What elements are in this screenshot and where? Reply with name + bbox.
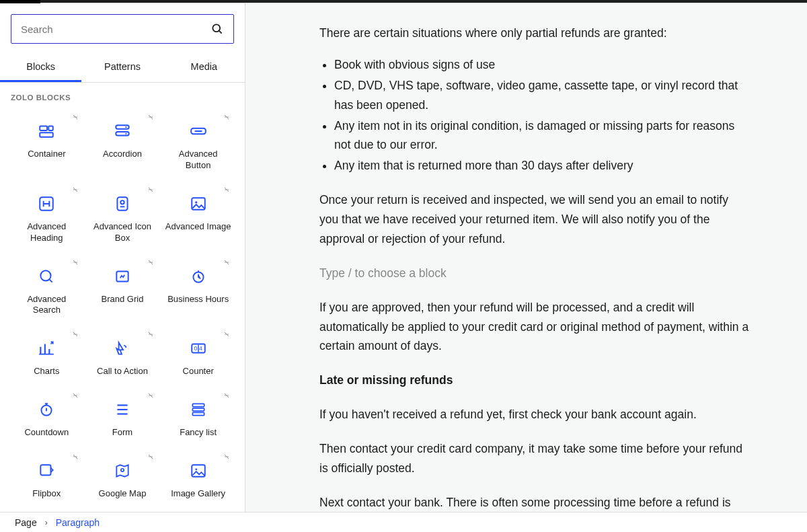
- search-icon: [37, 267, 56, 286]
- tab-media[interactable]: Media: [163, 54, 245, 82]
- block-item[interactable]: Advanced Search: [11, 256, 83, 324]
- block-badge-icon: [223, 331, 230, 338]
- paragraph[interactable]: Then contact your credit card company, i…: [319, 439, 750, 478]
- block-badge-icon: [72, 186, 79, 193]
- paragraph[interactable]: If you are approved, then your refund wi…: [319, 298, 750, 356]
- countdown-icon: [37, 400, 56, 419]
- brandgrid-icon: [113, 267, 132, 286]
- block-item[interactable]: Container: [11, 111, 83, 178]
- heading-icon: [37, 194, 56, 213]
- block-badge-icon: [147, 453, 154, 460]
- block-label: Advanced Image: [165, 221, 231, 233]
- block-label: Advanced Button: [165, 149, 231, 172]
- list-item[interactable]: Any item not in its original condition, …: [334, 116, 750, 155]
- accordion-icon: [113, 122, 132, 141]
- fancylist-icon: [189, 400, 208, 419]
- block-item[interactable]: Business Hours: [162, 256, 234, 324]
- list-item[interactable]: CD, DVD, VHS tape, software, video game,…: [334, 76, 750, 115]
- paragraph[interactable]: Once your return is received and inspect…: [319, 190, 750, 249]
- form-icon: [113, 400, 132, 419]
- gallery-icon: [189, 461, 208, 480]
- strong-text: Late or missing refunds: [319, 373, 453, 387]
- paragraph[interactable]: If you haven't received a refund yet, fi…: [319, 405, 750, 424]
- block-label: Google Map: [99, 488, 147, 500]
- block-item[interactable]: Call to Action: [87, 328, 159, 384]
- block-badge-icon: [223, 186, 230, 193]
- search-input[interactable]: [21, 24, 210, 35]
- block-label: Fancy list: [180, 427, 217, 439]
- flipbox-icon: [37, 461, 56, 480]
- block-item[interactable]: Form: [87, 389, 159, 445]
- block-label: Charts: [34, 366, 59, 377]
- counter-icon: [189, 339, 208, 358]
- block-item[interactable]: Brand Grid: [87, 256, 159, 324]
- block-badge-icon: [223, 392, 230, 399]
- chevron-right-icon: ›: [45, 518, 48, 527]
- block-item[interactable]: Advanced Icon Box: [87, 184, 159, 251]
- block-item[interactable]: Countdown: [11, 389, 83, 445]
- block-inserter-panel: Blocks Patterns Media ZOLO BLOCKS Contai…: [0, 3, 245, 512]
- list-item[interactable]: Book with obvious signs of use: [334, 55, 750, 75]
- tab-patterns[interactable]: Patterns: [81, 54, 163, 82]
- block-item[interactable]: Counter: [162, 328, 234, 384]
- paragraph[interactable]: There are certain situations where only …: [319, 24, 750, 43]
- block-badge-icon: [72, 453, 79, 460]
- block-label: Brand Grid: [102, 294, 144, 305]
- block-badge-icon: [147, 186, 154, 193]
- block-item[interactable]: Accordion: [87, 111, 159, 178]
- tab-blocks[interactable]: Blocks: [0, 54, 81, 82]
- charts-icon: [37, 339, 56, 358]
- block-badge-icon: [147, 392, 154, 399]
- breadcrumb-root[interactable]: Page: [15, 517, 37, 528]
- empty-block-placeholder[interactable]: Type / to choose a block: [319, 264, 750, 283]
- block-badge-icon: [223, 453, 230, 460]
- block-badge-icon: [147, 114, 154, 120]
- paragraph[interactable]: Late or missing refunds: [319, 371, 750, 390]
- block-item[interactable]: Fancy list: [162, 389, 234, 445]
- svg-line-1: [219, 31, 222, 34]
- svg-point-0: [213, 24, 220, 32]
- block-label: Flipbox: [32, 488, 61, 500]
- paragraph[interactable]: Next contact your bank. There is often s…: [319, 493, 750, 512]
- block-label: Advanced Heading: [13, 221, 80, 244]
- clock-icon: [189, 267, 208, 286]
- block-label: Countdown: [24, 427, 69, 439]
- block-item[interactable]: Advanced Image: [162, 184, 234, 251]
- block-label: Advanced Icon Box: [89, 221, 156, 244]
- block-badge-icon: [72, 114, 79, 120]
- block-label: Business Hours: [167, 294, 229, 305]
- block-label: Counter: [183, 366, 214, 377]
- block-label: Call to Action: [97, 366, 148, 377]
- block-badge-icon: [223, 114, 230, 120]
- block-badge-icon: [223, 259, 230, 266]
- block-label: Image Gallery: [171, 488, 225, 500]
- block-label: Form: [112, 427, 132, 439]
- map-icon: [113, 461, 132, 480]
- block-item[interactable]: Charts: [11, 328, 83, 384]
- block-label: Container: [28, 149, 65, 160]
- iconbox-icon: [113, 194, 132, 213]
- block-badge-icon: [147, 331, 154, 338]
- search-field[interactable]: [11, 14, 234, 44]
- block-item[interactable]: Advanced Heading: [11, 184, 83, 251]
- breadcrumb: Page › Paragraph: [0, 512, 807, 532]
- block-label: Advanced Search: [13, 294, 80, 317]
- block-label: Accordion: [103, 149, 142, 160]
- editor-canvas[interactable]: There are certain situations where only …: [245, 3, 807, 512]
- block-badge-icon: [72, 331, 79, 338]
- block-item[interactable]: Advanced Button: [162, 111, 234, 178]
- top-toolbar: [0, 0, 807, 3]
- inserter-tabs: Blocks Patterns Media: [0, 54, 245, 83]
- block-item[interactable]: Image Gallery: [162, 451, 234, 506]
- block-badge-icon: [72, 392, 79, 399]
- block-item[interactable]: Google Map: [87, 451, 159, 506]
- section-label: ZOLO BLOCKS: [11, 93, 234, 102]
- block-item[interactable]: Flipbox: [11, 451, 83, 506]
- button-icon: [189, 122, 208, 141]
- list-block[interactable]: Book with obvious signs of use CD, DVD, …: [319, 55, 750, 176]
- cta-icon: [113, 339, 132, 358]
- block-grid: ContainerAccordionAdvanced ButtonAdvance…: [11, 111, 234, 506]
- list-item[interactable]: Any item that is returned more than 30 d…: [334, 156, 750, 176]
- breadcrumb-current[interactable]: Paragraph: [56, 517, 100, 528]
- block-badge-icon: [72, 259, 79, 266]
